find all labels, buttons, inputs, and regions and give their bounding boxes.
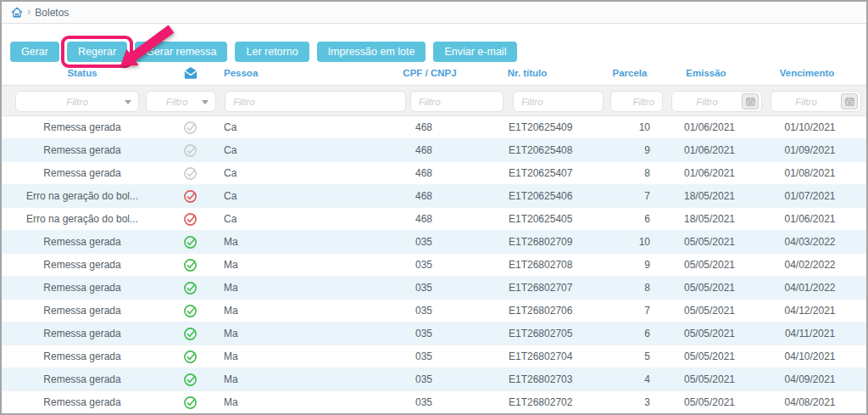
vencimento-cell: 04/12/2021 xyxy=(765,305,866,317)
cpf-cnpj-cell: 035 xyxy=(407,351,509,362)
nr-titulo-cell: E1T26802708 xyxy=(509,259,607,271)
calendar-icon[interactable] xyxy=(742,93,759,109)
column-header-vencimento[interactable]: Vencimento xyxy=(756,68,858,78)
remessa-filter-select[interactable]: Filtro xyxy=(146,91,216,112)
emissao-cell: 05/05/2021 xyxy=(666,328,765,339)
boletos-window: › Boletos Gerar Regerar Gerar remessa Le… xyxy=(0,0,868,415)
vencimento-filter-wrap xyxy=(771,91,861,112)
table-row[interactable]: Remessa gerada Ma 035 E1T26802708 9 05/0… xyxy=(2,254,866,277)
status-cell: Remessa gerada xyxy=(2,121,163,133)
status-check-icon[interactable] xyxy=(163,166,218,181)
vencimento-filter-input[interactable] xyxy=(771,92,841,111)
emissao-cell: 05/05/2021 xyxy=(666,305,765,317)
table-row[interactable]: Remessa gerada Ma 035 E1T26802705 6 05/0… xyxy=(2,322,866,345)
status-check-icon[interactable] xyxy=(163,327,218,341)
cpf-cnpj-cell: 468 xyxy=(407,144,509,156)
parcela-cell: 3 xyxy=(607,396,666,408)
table-row[interactable]: Remessa gerada Ma 035 E1T26802702 3 05/0… xyxy=(2,391,866,414)
breadcrumb-page[interactable]: Boletos xyxy=(35,7,69,19)
status-cell: Remessa gerada xyxy=(2,167,163,179)
status-check-icon[interactable] xyxy=(163,143,218,158)
status-check-icon[interactable] xyxy=(163,212,218,227)
calendar-icon[interactable] xyxy=(841,93,858,109)
emissao-cell: 01/06/2021 xyxy=(666,121,765,133)
impressao-em-lote-button[interactable]: Impressão em lote xyxy=(317,42,426,62)
column-header-emissao[interactable]: Emissão xyxy=(655,68,757,78)
vencimento-cell: 01/08/2021 xyxy=(765,167,866,179)
nr-titulo-cell: E1T26802704 xyxy=(509,351,607,362)
table-row[interactable]: Erro na geração do bol... Ca 468 E1T2062… xyxy=(2,185,866,208)
column-header-status[interactable]: Status xyxy=(2,68,163,78)
table-row[interactable]: Remessa gerada Ma 035 E1T26802704 5 05/0… xyxy=(2,345,866,368)
pessoa-cell: Ma xyxy=(218,236,407,248)
parcela-filter-wrap xyxy=(610,91,663,112)
table-row[interactable]: Remessa gerada Ma 035 E1T26802703 4 05/0… xyxy=(2,368,866,391)
status-check-icon[interactable] xyxy=(163,121,218,135)
filter-placeholder: Filtro xyxy=(166,97,188,107)
table-row[interactable]: Erro na geração do bol... Ca 468 E1T2062… xyxy=(2,208,866,231)
status-check-icon[interactable] xyxy=(163,304,218,318)
status-cell: Erro na geração do bol... xyxy=(2,213,163,225)
enviar-email-button[interactable]: Enviar e-mail xyxy=(433,42,517,62)
filter-placeholder: Filtro xyxy=(66,97,88,107)
emissao-cell: 01/06/2021 xyxy=(666,144,765,156)
chevron-down-icon xyxy=(202,100,209,104)
toolbar: Gerar Regerar Gerar remessa Ler retorno … xyxy=(2,24,866,66)
pessoa-cell: Ca xyxy=(218,167,407,179)
column-header-cpf-cnpj[interactable]: CPF / CNPJ xyxy=(379,68,481,78)
status-cell: Remessa gerada xyxy=(2,351,163,362)
nr-titulo-filter-input[interactable] xyxy=(514,92,603,111)
status-cell: Remessa gerada xyxy=(2,373,163,385)
table-row[interactable]: Remessa gerada Ca 468 E1T20625409 10 01/… xyxy=(2,116,866,139)
parcela-cell: 7 xyxy=(607,190,666,202)
table-row[interactable]: Remessa gerada Ma 035 E1T26802709 10 05/… xyxy=(2,231,866,254)
emissao-cell: 18/05/2021 xyxy=(666,213,765,225)
breadcrumb-separator: › xyxy=(27,5,31,18)
nr-titulo-cell: E1T20625406 xyxy=(509,190,607,202)
table-header-row: Status Pessoa CPF / CNPJ Nr. título Parc… xyxy=(2,66,866,85)
pessoa-cell: Ma xyxy=(218,373,407,385)
parcela-cell: 5 xyxy=(607,351,666,362)
status-check-icon[interactable] xyxy=(163,373,218,387)
gerar-button[interactable]: Gerar xyxy=(10,42,59,62)
status-check-icon[interactable] xyxy=(163,235,218,250)
status-cell: Remessa gerada xyxy=(2,305,163,317)
column-header-pessoa[interactable]: Pessoa xyxy=(224,68,258,78)
pessoa-filter-input[interactable] xyxy=(225,92,405,111)
status-check-icon[interactable] xyxy=(163,189,218,204)
table-row[interactable]: Remessa gerada Ma 035 E1T26802707 8 05/0… xyxy=(2,277,866,300)
cpf-cnpj-cell: 035 xyxy=(407,305,509,317)
parcela-cell: 8 xyxy=(607,282,666,294)
parcela-filter-input[interactable] xyxy=(611,92,662,111)
table-row[interactable]: Remessa gerada Ca 468 E1T20625407 8 01/0… xyxy=(2,162,866,185)
vencimento-cell: 04/08/2021 xyxy=(765,396,866,408)
ler-retorno-button[interactable]: Ler retorno xyxy=(235,42,309,62)
nr-titulo-cell: E1T20625405 xyxy=(509,213,607,225)
status-filter-select[interactable]: Filtro xyxy=(15,91,139,112)
home-icon[interactable] xyxy=(11,7,23,18)
vencimento-cell: 01/07/2021 xyxy=(765,190,866,202)
parcela-cell: 4 xyxy=(607,373,666,385)
table-row[interactable]: Remessa gerada Ca 468 E1T20625408 9 01/0… xyxy=(2,139,866,162)
status-check-icon[interactable] xyxy=(163,258,218,272)
pessoa-cell: Ma xyxy=(218,259,407,271)
parcela-cell: 6 xyxy=(607,328,666,339)
emissao-cell: 05/05/2021 xyxy=(666,373,765,385)
status-check-icon[interactable] xyxy=(163,395,218,410)
emissao-cell: 05/05/2021 xyxy=(666,236,765,248)
parcela-cell: 9 xyxy=(607,144,666,156)
nr-titulo-cell: E1T26802705 xyxy=(509,328,607,339)
nr-titulo-cell: E1T26802709 xyxy=(509,236,607,248)
emissao-cell: 05/05/2021 xyxy=(666,396,765,408)
status-check-icon[interactable] xyxy=(163,350,218,364)
pessoa-cell: Ca xyxy=(218,144,407,156)
emissao-filter-input[interactable] xyxy=(672,92,742,111)
emissao-cell: 01/06/2021 xyxy=(666,167,765,179)
envelope-icon[interactable] xyxy=(163,67,218,81)
table-row[interactable]: Remessa gerada Ma 035 E1T26802706 7 05/0… xyxy=(2,300,866,322)
status-check-icon[interactable] xyxy=(163,281,218,295)
cpf-cnpj-filter-input[interactable] xyxy=(411,92,503,111)
column-header-nr-titulo[interactable]: Nr. título xyxy=(476,68,578,78)
parcela-cell: 9 xyxy=(607,259,666,271)
chevron-down-icon xyxy=(125,100,131,104)
